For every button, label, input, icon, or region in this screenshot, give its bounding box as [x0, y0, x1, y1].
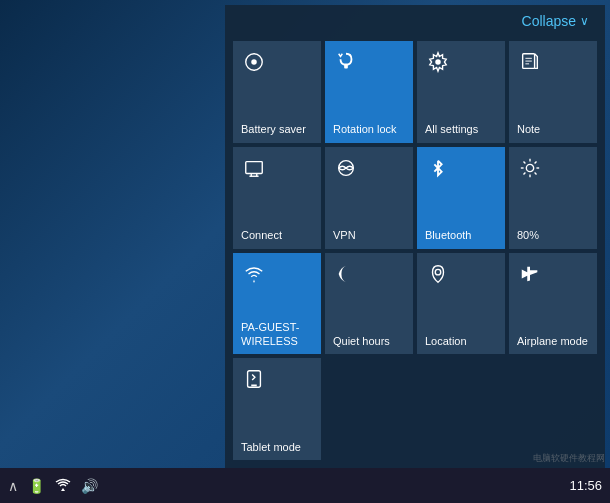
note-icon	[519, 51, 541, 79]
vpn-label: VPN	[333, 228, 356, 242]
brightness-label: 80%	[517, 228, 539, 242]
rotation-lock-label: Rotation lock	[333, 122, 397, 136]
svg-line-19	[535, 172, 537, 174]
wifi-label: PA-GUEST-WIRELESS	[241, 320, 313, 349]
bluetooth-icon	[427, 157, 449, 185]
collapse-label: Collapse	[522, 13, 576, 29]
vpn-icon	[335, 157, 357, 185]
all-settings-label: All settings	[425, 122, 478, 136]
svg-line-21	[523, 172, 525, 174]
tile-battery-saver[interactable]: Battery saver	[233, 41, 321, 143]
chevron-down-icon: ∨	[580, 14, 589, 28]
taskbar-wifi-icon[interactable]	[55, 477, 71, 494]
svg-point-3	[435, 59, 441, 65]
collapse-button[interactable]: Collapse ∨	[225, 5, 605, 37]
all-settings-icon	[427, 51, 449, 79]
svg-line-18	[523, 161, 525, 163]
brightness-icon	[519, 157, 541, 185]
bluetooth-label: Bluetooth	[425, 228, 471, 242]
svg-point-1	[251, 59, 257, 65]
taskbar-time: 11:56	[569, 478, 602, 493]
svg-line-20	[535, 161, 537, 163]
taskbar-right: 11:56	[569, 478, 602, 493]
tablet-mode-label: Tablet mode	[241, 440, 301, 454]
taskbar-volume-icon[interactable]: 🔊	[81, 478, 98, 494]
svg-point-13	[526, 164, 533, 171]
tile-wifi[interactable]: PA-GUEST-WIRELESS	[233, 253, 321, 355]
connect-icon	[243, 157, 265, 185]
battery-saver-icon	[243, 51, 265, 79]
airplane-mode-icon	[519, 263, 541, 291]
svg-rect-8	[246, 161, 263, 173]
tile-airplane-mode[interactable]: Airplane mode	[509, 253, 597, 355]
location-label: Location	[425, 334, 467, 348]
tile-location[interactable]: Location	[417, 253, 505, 355]
note-label: Note	[517, 122, 540, 136]
taskbar: ∧ 🔋 🔊 11:56	[0, 468, 610, 503]
taskbar-up-arrow-icon[interactable]: ∧	[8, 478, 18, 494]
quiet-hours-label: Quiet hours	[333, 334, 390, 348]
tile-bluetooth[interactable]: Bluetooth	[417, 147, 505, 249]
tile-tablet-mode[interactable]: Tablet mode	[233, 358, 321, 460]
rotation-lock-icon	[335, 51, 357, 79]
tiles-grid: Battery saverRotation lockAll settingsNo…	[225, 37, 605, 468]
action-center: Collapse ∨ Battery saverRotation lockAll…	[225, 5, 605, 468]
tile-note[interactable]: Note	[509, 41, 597, 143]
location-icon	[427, 263, 449, 291]
tile-rotation-lock[interactable]: Rotation lock	[325, 41, 413, 143]
tile-quiet-hours[interactable]: Quiet hours	[325, 253, 413, 355]
svg-point-22	[435, 269, 441, 275]
connect-label: Connect	[241, 228, 282, 242]
battery-saver-label: Battery saver	[241, 122, 306, 136]
tile-all-settings[interactable]: All settings	[417, 41, 505, 143]
wifi-icon	[243, 263, 265, 291]
airplane-mode-label: Airplane mode	[517, 334, 588, 348]
tablet-mode-icon	[243, 368, 265, 396]
tile-connect[interactable]: Connect	[233, 147, 321, 249]
svg-rect-2	[344, 64, 348, 69]
taskbar-left: ∧ 🔋 🔊	[8, 477, 98, 494]
tile-brightness[interactable]: 80%	[509, 147, 597, 249]
tile-vpn[interactable]: VPN	[325, 147, 413, 249]
taskbar-battery-icon[interactable]: 🔋	[28, 478, 45, 494]
quiet-hours-icon	[335, 263, 357, 291]
